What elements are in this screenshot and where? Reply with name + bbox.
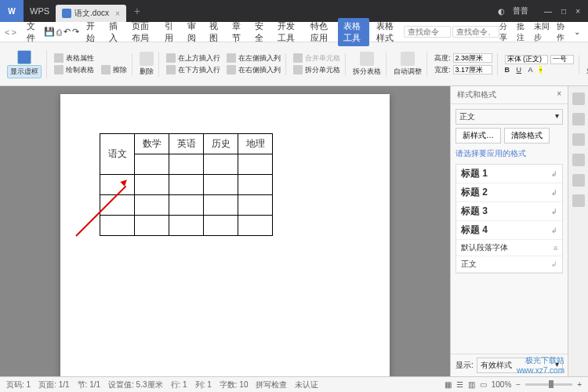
zoom-value[interactable]: 100% <box>492 380 512 389</box>
font-color-icon[interactable]: A <box>528 66 533 74</box>
erase-icon[interactable] <box>101 65 111 74</box>
highlight-icon[interactable]: ▫ <box>539 66 542 74</box>
view-outline-icon[interactable]: ☰ <box>456 380 463 389</box>
close-icon[interactable]: × <box>575 7 580 16</box>
width-input[interactable] <box>453 65 492 74</box>
nav-fwd-icon[interactable]: > <box>11 27 16 37</box>
table-props[interactable]: 表格属性 <box>66 53 94 64</box>
settings-icon[interactable] <box>572 194 585 207</box>
split-cells[interactable]: 拆分单元格 <box>305 65 340 75</box>
new-style-button[interactable]: 新样式… <box>456 128 501 143</box>
style-heading1[interactable]: 标题 1↲ <box>456 165 562 183</box>
undo-icon[interactable]: ↶ <box>64 27 71 37</box>
cell[interactable] <box>238 175 273 195</box>
menu-caret-icon[interactable]: ⌄ <box>574 27 580 36</box>
save-icon[interactable]: 💾 <box>44 27 55 37</box>
menu-layout[interactable]: 页面布局 <box>126 18 158 46</box>
header-cell[interactable]: 数学 <box>135 134 169 154</box>
cell[interactable] <box>169 195 204 216</box>
draw-icon[interactable] <box>54 65 64 74</box>
cell[interactable] <box>238 216 273 236</box>
erase-table[interactable]: 擦除 <box>113 65 127 75</box>
cell[interactable] <box>135 154 169 175</box>
ins-left-icon[interactable] <box>227 53 236 63</box>
cell[interactable] <box>238 195 273 216</box>
height-input[interactable] <box>453 53 492 63</box>
menu-special[interactable]: 特色应用 <box>305 18 336 46</box>
show-border-icon[interactable] <box>17 50 31 64</box>
cell[interactable] <box>204 195 238 216</box>
status-chars[interactable]: 字数: 10 <box>220 379 249 390</box>
style-heading3[interactable]: 标题 3↲ <box>456 202 562 221</box>
cell[interactable] <box>169 216 204 236</box>
clipboard-icon[interactable] <box>572 133 585 146</box>
panel-close-icon[interactable]: × <box>557 89 561 100</box>
ins-above[interactable]: 在上方插入行 <box>178 53 220 64</box>
cell[interactable] <box>238 154 273 175</box>
menu-insert[interactable]: 插入 <box>103 18 125 46</box>
sync-status[interactable]: 未同步 <box>534 21 550 43</box>
menu-review[interactable]: 审阅 <box>182 18 203 46</box>
view-read-icon[interactable]: ▭ <box>480 380 487 389</box>
delete-icon[interactable] <box>140 52 154 66</box>
close-tab-icon[interactable]: × <box>115 9 120 18</box>
user-avatar[interactable]: ◐ <box>498 7 505 16</box>
zoom-in-icon[interactable]: + <box>577 380 582 389</box>
zoom-out-icon[interactable]: − <box>516 380 521 389</box>
props-icon[interactable] <box>54 53 64 63</box>
cell[interactable] <box>204 154 238 175</box>
style-body[interactable]: 正文↲ <box>456 256 562 273</box>
menu-start[interactable]: 开始 <box>81 18 102 46</box>
clear-format-button[interactable]: 清除格式 <box>504 128 550 143</box>
view-page-icon[interactable]: ▦ <box>445 380 452 389</box>
split-icon[interactable] <box>293 65 303 74</box>
menu-view[interactable]: 视图 <box>204 18 225 46</box>
print-icon[interactable]: ⎙ <box>56 27 62 37</box>
ins-below[interactable]: 在下方插入行 <box>178 65 220 75</box>
split-table-icon[interactable] <box>360 52 374 66</box>
view-web-icon[interactable]: ▥ <box>468 380 475 389</box>
underline-icon[interactable]: U <box>517 66 522 74</box>
share-button[interactable]: 分享 <box>499 21 510 43</box>
draw-table[interactable]: 绘制表格 <box>66 65 94 75</box>
cell[interactable] <box>204 216 238 236</box>
cell[interactable] <box>204 175 238 195</box>
link-icon[interactable] <box>572 174 585 187</box>
note-button[interactable]: 批注 <box>517 21 528 43</box>
cell[interactable] <box>135 216 169 236</box>
size-select[interactable] <box>550 55 574 64</box>
font-select[interactable] <box>505 55 548 64</box>
menu-dev[interactable]: 开发工具 <box>272 18 303 46</box>
header-cell[interactable]: 地理 <box>238 134 273 154</box>
new-tab-button[interactable]: + <box>126 5 148 17</box>
menu-section[interactable]: 章节 <box>227 18 248 46</box>
minimize-icon[interactable]: — <box>544 7 552 16</box>
ins-below-icon[interactable] <box>166 65 176 74</box>
current-style-select[interactable]: 正文▾ <box>456 109 563 125</box>
nav-back-icon[interactable]: < <box>5 27 9 37</box>
header-cell[interactable]: 历史 <box>204 134 238 154</box>
zoom-slider[interactable] <box>525 383 572 386</box>
search-template-input[interactable] <box>452 26 499 38</box>
select-pane-icon[interactable] <box>572 113 585 125</box>
cell[interactable] <box>169 154 204 175</box>
style-default-font[interactable]: 默认段落字体a <box>456 240 562 256</box>
ins-above-icon[interactable] <box>166 53 176 63</box>
style-heading4[interactable]: 标题 4↲ <box>456 221 562 240</box>
autofit-icon[interactable] <box>401 52 415 66</box>
ins-left[interactable]: 在左侧插入列 <box>238 53 281 64</box>
status-spell[interactable]: 拼写检查 <box>256 379 287 390</box>
find-command-input[interactable] <box>404 26 451 38</box>
cell[interactable] <box>169 175 204 195</box>
merged-cell[interactable]: 语文 <box>100 134 135 175</box>
menu-table-tools[interactable]: 表格工具 <box>338 18 369 46</box>
cell[interactable] <box>135 195 169 216</box>
menu-security[interactable]: 安全 <box>249 18 270 46</box>
redo-icon[interactable]: ↷ <box>72 27 79 37</box>
document-area[interactable]: 语文 数学 英语 历史 地理 <box>0 86 450 376</box>
ins-right[interactable]: 在右侧插入列 <box>238 65 281 75</box>
maximize-icon[interactable]: □ <box>561 7 566 16</box>
shapes-icon[interactable] <box>572 154 585 166</box>
coop-button[interactable]: 协作 <box>557 21 568 43</box>
header-cell[interactable]: 英语 <box>169 134 204 154</box>
